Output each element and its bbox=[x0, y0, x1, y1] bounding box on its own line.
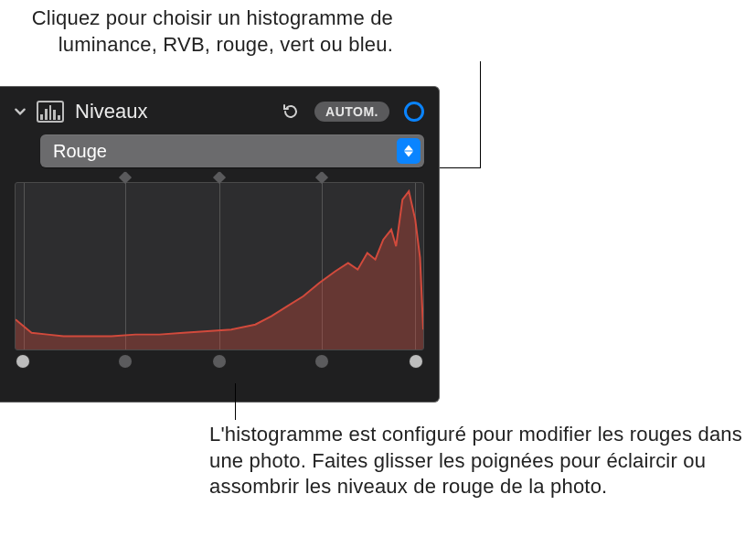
enable-toggle-icon[interactable] bbox=[404, 102, 424, 122]
callout-top: Cliquez pour choisir un histogramme de l… bbox=[9, 5, 393, 58]
levels-handle-white-point[interactable] bbox=[410, 355, 422, 368]
levels-handle-midtones[interactable] bbox=[213, 355, 226, 368]
dropdown-stepper-icon bbox=[397, 138, 421, 164]
levels-panel: Niveaux AUTOM. Rouge bbox=[0, 86, 440, 403]
levels-handle-highlights[interactable] bbox=[315, 355, 328, 368]
levels-handle-shadows[interactable] bbox=[119, 355, 132, 368]
channel-dropdown-label: Rouge bbox=[53, 141, 397, 162]
channel-dropdown[interactable]: Rouge bbox=[40, 134, 424, 167]
callout-bottom: L'histogramme est configuré pour modifie… bbox=[209, 422, 749, 500]
histogram-plot bbox=[16, 183, 423, 349]
leader-line bbox=[480, 61, 481, 168]
panel-header: Niveaux AUTOM. bbox=[0, 87, 439, 136]
leader-line bbox=[235, 383, 236, 420]
leader-line bbox=[438, 167, 481, 168]
histogram-area bbox=[15, 177, 424, 374]
histogram-icon bbox=[37, 101, 64, 123]
panel-title: Niveaux bbox=[75, 100, 274, 124]
auto-button[interactable]: AUTOM. bbox=[314, 102, 389, 122]
levels-handle-black-point[interactable] bbox=[16, 355, 29, 368]
histogram-box bbox=[15, 182, 424, 350]
reset-icon[interactable] bbox=[282, 102, 300, 121]
levels-slider-track[interactable] bbox=[15, 356, 424, 367]
disclosure-chevron-icon[interactable] bbox=[11, 102, 29, 121]
